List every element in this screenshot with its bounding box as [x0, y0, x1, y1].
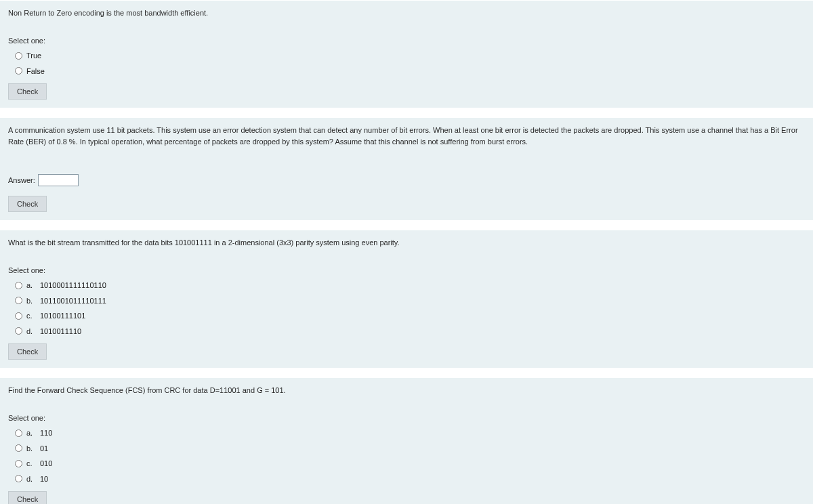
radio-c[interactable]	[15, 460, 22, 467]
radio-a[interactable]	[15, 429, 22, 437]
option-row: b. 01	[15, 443, 805, 455]
option-label[interactable]: 10100111101	[40, 310, 85, 322]
question-text: Non Return to Zero encoding is the most …	[8, 7, 805, 19]
option-row: a. 1010001111110110	[15, 280, 805, 291]
option-row: c. 10100111101	[15, 310, 805, 322]
answer-label: Answer:	[8, 175, 35, 186]
radio-true[interactable]	[15, 52, 22, 60]
radio-c[interactable]	[15, 312, 22, 320]
question-text: What is the bit stream transmitted for t…	[8, 237, 805, 249]
radio-false[interactable]	[15, 67, 22, 75]
option-label[interactable]: False	[26, 66, 45, 77]
options-list: a. 1010001111110110 b. 1011001011110111 …	[15, 280, 805, 337]
option-letter: b.	[26, 443, 36, 455]
option-label[interactable]: 1010011110	[40, 326, 81, 337]
radio-b[interactable]	[15, 444, 22, 452]
question-block-4: Find the Forward Check Sequence (FCS) fr…	[0, 377, 813, 504]
radio-a[interactable]	[15, 282, 22, 289]
option-label[interactable]: 10	[40, 474, 48, 485]
radio-d[interactable]	[15, 475, 22, 482]
question-text: Find the Forward Check Sequence (FCS) fr…	[8, 385, 805, 396]
option-letter: a.	[26, 280, 36, 291]
option-letter: b.	[26, 295, 36, 307]
option-row: True	[15, 50, 805, 62]
question-block-1: Non Return to Zero encoding is the most …	[0, 0, 813, 108]
option-label[interactable]: 110	[40, 427, 52, 439]
option-label[interactable]: 1011001011110111	[40, 295, 106, 307]
answer-row: Answer:	[8, 174, 805, 186]
option-letter: c.	[26, 458, 36, 469]
option-row: d. 1010011110	[15, 326, 805, 337]
select-one-label: Select one:	[8, 265, 805, 276]
check-button[interactable]: Check	[8, 343, 47, 360]
question-text: A communication system use 11 bit packet…	[8, 125, 805, 147]
option-letter: c.	[26, 310, 36, 322]
check-button[interactable]: Check	[8, 491, 47, 504]
option-letter: d.	[26, 326, 36, 337]
question-block-2: A communication system use 11 bit packet…	[0, 117, 813, 220]
option-letter: a.	[26, 427, 36, 439]
option-letter: d.	[26, 474, 36, 485]
option-label[interactable]: 010	[40, 458, 52, 469]
option-row: False	[15, 66, 805, 77]
select-one-label: Select one:	[8, 413, 805, 424]
check-button[interactable]: Check	[8, 196, 47, 212]
select-one-label: Select one:	[8, 35, 805, 47]
radio-b[interactable]	[15, 297, 22, 304]
option-label[interactable]: 01	[40, 443, 48, 455]
option-row: d. 10	[15, 474, 805, 485]
answer-input[interactable]	[38, 174, 79, 186]
radio-d[interactable]	[15, 327, 22, 335]
options-list: True False	[15, 50, 805, 77]
question-block-3: What is the bit stream transmitted for t…	[0, 230, 813, 368]
check-button[interactable]: Check	[8, 83, 47, 100]
option-row: a. 110	[15, 427, 805, 439]
option-label[interactable]: True	[26, 50, 41, 62]
option-label[interactable]: 1010001111110110	[40, 280, 106, 291]
options-list: a. 110 b. 01 c. 010 d. 10	[15, 427, 805, 484]
option-row: b. 1011001011110111	[15, 295, 805, 307]
option-row: c. 010	[15, 458, 805, 469]
